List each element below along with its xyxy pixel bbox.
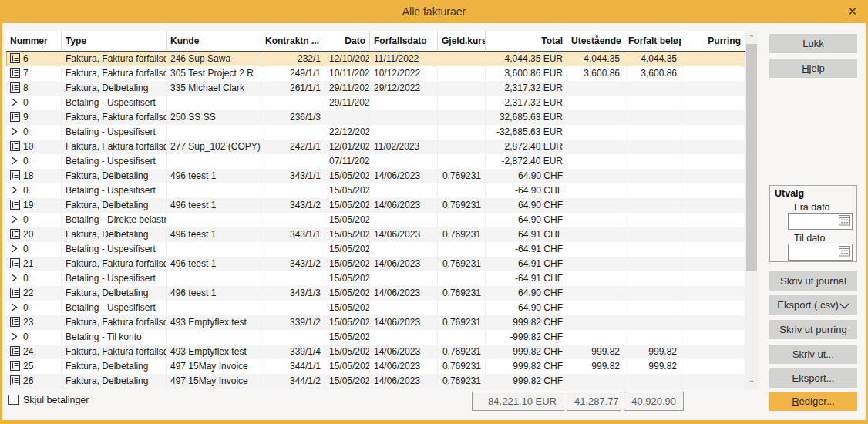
cell	[438, 154, 486, 169]
export-button[interactable]: Eksport...	[769, 368, 857, 388]
row-number: 20	[23, 229, 33, 240]
calendar-icon[interactable]	[837, 245, 851, 259]
cell: 2,317.32 EUR	[486, 81, 567, 96]
cell	[567, 301, 624, 315]
close-icon[interactable]: ✕	[847, 0, 857, 23]
payment-icon	[10, 244, 23, 257]
cell: 261/1/1	[261, 81, 325, 96]
column-header-9[interactable]: Forfalt beløp	[624, 31, 681, 51]
column-header-1[interactable]: Type	[62, 31, 167, 51]
cell	[681, 198, 745, 213]
table-row[interactable]: 25Faktura, Delbetaling497 15May Invoice3…	[6, 359, 745, 374]
table-row[interactable]: 8Faktura, Delbetaling335 Michael Clark26…	[6, 81, 745, 96]
table-row[interactable]: 10Faktura, Faktura forfallsda277 Sup_102…	[6, 140, 745, 154]
vertical-scrollbar[interactable]: ⌃ ⌄	[745, 31, 758, 389]
cell: 9	[6, 110, 62, 125]
cell	[370, 154, 438, 169]
print-journal-button[interactable]: Skriv ut journal	[769, 271, 857, 291]
cell	[624, 154, 681, 169]
cell: 232/1	[261, 52, 325, 66]
cell: Betaling - Uspesifisert	[62, 242, 167, 257]
cell: Faktura, Faktura forfallsda	[62, 140, 167, 154]
table-row[interactable]: 7Faktura, Faktura forfallsda305 Test Pro…	[6, 66, 745, 81]
cell: 343/1/2	[261, 198, 325, 213]
print-reminder-button[interactable]: Skriv ut purring	[769, 320, 857, 339]
table-row[interactable]: 0Betaling - Uspesifisert15/05/2023-64.91…	[6, 271, 745, 286]
table-row[interactable]: 22Faktura, Delbetaling496 teest 1343/1/3…	[6, 286, 745, 301]
table-row[interactable]: 0Betaling - Uspesifisert22/12/2022-32,68…	[6, 125, 745, 140]
column-header-7[interactable]: Total	[486, 31, 567, 51]
cell: 4,044.35	[567, 52, 624, 66]
table-row[interactable]: 0Betaling - Til konto15/05/2023-999.82 C…	[6, 330, 745, 345]
help-button[interactable]: Hjelp	[769, 59, 857, 78]
hide-payments-checkbox[interactable]	[8, 395, 19, 405]
cell: 22/12/2022	[325, 125, 370, 140]
scrollbar-thumb[interactable]	[746, 44, 757, 271]
table-row[interactable]: 23Faktura, Faktura forfallsda493 Emptyfl…	[6, 315, 745, 330]
cell	[438, 125, 486, 140]
table-row[interactable]: 20Faktura, Delbetaling496 teest 1343/1/1…	[6, 227, 745, 242]
table-row[interactable]: 0Betaling - Uspesifisert15/05/2023-64.90…	[6, 301, 745, 315]
cell: 0	[6, 125, 62, 140]
cell: 496 teest 1	[167, 286, 261, 301]
cell: 343/1/1	[261, 227, 325, 242]
calendar-icon[interactable]	[837, 214, 851, 228]
column-header-10[interactable]: Purring	[681, 31, 745, 51]
cell: Faktura, Delbetaling	[62, 374, 167, 389]
cell	[438, 96, 486, 110]
edit-button[interactable]: Rediger...	[769, 392, 857, 411]
cell: 496 teest 1	[167, 198, 261, 213]
column-header-3[interactable]: Kontraktn ...	[261, 31, 325, 51]
export-csv-button[interactable]: Eksport (.csv)	[769, 295, 857, 315]
cell	[261, 330, 325, 345]
scroll-up-icon[interactable]: ⌃	[745, 32, 758, 45]
cell	[681, 96, 745, 110]
cell	[438, 301, 486, 315]
cell: 7	[6, 66, 62, 81]
table-row[interactable]: 0Betaling - Uspesifisert15/05/2023-64.91…	[6, 242, 745, 257]
cell	[624, 271, 681, 286]
cell	[567, 271, 624, 286]
column-header-8[interactable]: Utestående	[567, 31, 624, 51]
table-row[interactable]: 6Faktura, Faktura forfallsda246 Sup Sawa…	[6, 52, 745, 66]
table-row[interactable]: 0Betaling - Uspesifisert07/11/2022-2,872…	[6, 154, 745, 169]
cell	[624, 169, 681, 183]
close-button[interactable]: Lukk	[769, 34, 857, 53]
outstanding-sum-field: 41,287.77	[567, 392, 621, 411]
table-row[interactable]: 18Faktura, Delbetaling496 teest 1343/1/1…	[6, 169, 745, 183]
table-row[interactable]: 0Betaling - Uspesifisert29/11/2022-2,317…	[6, 96, 745, 110]
print-button[interactable]: Skriv ut...	[769, 345, 857, 364]
column-header-4[interactable]: Dato	[325, 31, 370, 51]
cell: 29/12/2022	[370, 81, 438, 96]
cell: 0.769231	[438, 315, 486, 330]
cell	[567, 81, 624, 96]
cell	[624, 81, 681, 96]
cell: Betaling - Direkte belastni	[62, 213, 167, 227]
cell	[681, 271, 745, 286]
column-header-2[interactable]: Kunde	[167, 31, 261, 51]
table-row[interactable]: 0Betaling - Uspesifisert15/05/2023-64.90…	[6, 183, 745, 198]
cell	[624, 110, 681, 125]
column-header-6[interactable]: Gjeld.kurs	[438, 31, 486, 51]
table-row[interactable]: 21Faktura, Faktura forfallsda496 teest 1…	[6, 257, 745, 271]
cell	[438, 242, 486, 257]
table-row[interactable]: 24Faktura, Faktura forfallsda493 Emptyfl…	[6, 345, 745, 359]
cell	[624, 257, 681, 271]
cell: 15/05/2023	[325, 301, 370, 315]
scroll-down-icon[interactable]: ⌄	[745, 375, 758, 387]
row-number: 0	[23, 185, 29, 196]
cell	[438, 183, 486, 198]
cell	[370, 213, 438, 227]
cell: Betaling - Uspesifisert	[62, 271, 167, 286]
table-row[interactable]: 0Betaling - Direkte belastni15/05/2023-6…	[6, 213, 745, 227]
column-header-5[interactable]: Forfallsdato	[370, 31, 438, 51]
hide-payments-label: Skjul betalinger	[23, 395, 89, 405]
table-row[interactable]: 19Faktura, Delbetaling496 teest 1343/1/2…	[6, 198, 745, 213]
table-row[interactable]: 26Faktura, Delbetaling497 15May Invoice3…	[6, 374, 745, 389]
column-header-0[interactable]: Nummer	[6, 31, 62, 51]
cell	[567, 183, 624, 198]
cell: 8	[6, 81, 62, 96]
row-number: 23	[23, 317, 33, 328]
table-row[interactable]: 9Faktura, Faktura forfallsda250 SS SS236…	[6, 110, 745, 125]
cell: 0.769231	[438, 227, 486, 242]
